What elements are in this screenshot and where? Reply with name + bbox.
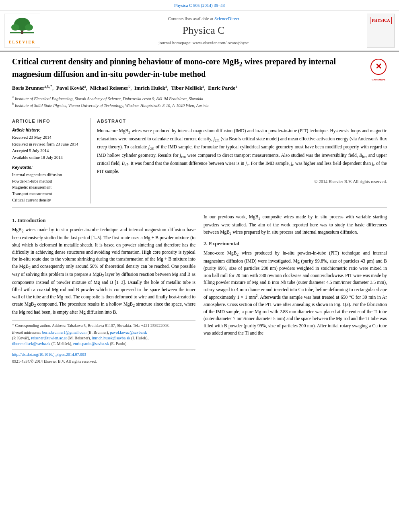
page: Physica C 505 (2014) 39–43 ELSEVIER Cont… bbox=[0, 0, 399, 532]
right-intro-para: In our previous work, MgB2 composite wir… bbox=[204, 214, 387, 237]
contents-available-line: Contents lists available at ScienceDirec… bbox=[168, 16, 239, 22]
elsevier-tree-icon bbox=[8, 16, 36, 38]
svg-text:✕: ✕ bbox=[375, 62, 382, 71]
author-4: Imrich Hušek bbox=[134, 85, 165, 91]
journal-center-header: Contents lists available at ScienceDirec… bbox=[44, 14, 363, 47]
email-tibor[interactable]: tibor.melisek@savba.sk bbox=[12, 341, 50, 346]
article-title-block: Critical current density and pinning beh… bbox=[12, 56, 387, 79]
revised-date: Received in revised form 23 June 2014 bbox=[12, 142, 85, 148]
experimental-section-title: 2. Experimental bbox=[204, 240, 387, 247]
keywords-section: Keywords: Internal magnesium diffusion P… bbox=[12, 165, 85, 203]
main-content: Critical current density and pinning beh… bbox=[0, 51, 399, 369]
author-3: Michael Reissner bbox=[90, 85, 129, 91]
email-boris[interactable]: boris.brunner1@gmail.com bbox=[42, 330, 86, 335]
keyword-4: Transport measurement bbox=[12, 191, 85, 197]
email-addresses-line: E-mail addresses: boris.brunner1@gmail.c… bbox=[12, 330, 195, 347]
journal-citation-bar: Physica C 505 (2014) 39–43 bbox=[0, 0, 399, 10]
footer-divider bbox=[12, 349, 195, 349]
abstract-text: Mono-core MgB2 wires were produced by in… bbox=[97, 127, 387, 175]
email-michael[interactable]: reissner@tuwien.ac.at bbox=[31, 336, 67, 340]
crossmark-badge[interactable]: ✕ CrossMark bbox=[370, 58, 387, 75]
email-enric[interactable]: enric.pardo@savba.sk bbox=[73, 341, 109, 346]
abstract-col: ABSTRACT Mono-core MgB2 wires were produ… bbox=[97, 118, 387, 203]
physica-c-label: PHYSICA bbox=[370, 17, 391, 24]
crossmark-label: CrossMark bbox=[370, 78, 387, 82]
sciencedirect-link[interactable]: ScienceDirect bbox=[214, 16, 239, 21]
experimental-para-1: Mono-core MgB2 wires produced by in-situ… bbox=[204, 250, 387, 337]
article-info-header: ARTICLE INFO bbox=[12, 118, 85, 124]
author-2: Pavol Kováč bbox=[56, 85, 84, 91]
copyright-line: © 2014 Elsevier B.V. All rights reserved… bbox=[97, 179, 387, 185]
doi-link[interactable]: http://dx.doi.org/10.1016/j.physc.2014.0… bbox=[12, 352, 86, 357]
abstract-header: ABSTRACT bbox=[97, 118, 387, 124]
keyword-3: Magnetic measurement bbox=[12, 184, 85, 191]
email-imrich[interactable]: imrich.husek@savba.sk bbox=[92, 336, 130, 340]
info-abstract-section: ARTICLE INFO Article history: Received 2… bbox=[12, 114, 387, 208]
email-pavol[interactable]: pavol.kovac@savba.sk bbox=[110, 330, 147, 335]
online-date: Available online 18 July 2014 bbox=[12, 155, 85, 161]
keyword-1: Internal magnesium diffusion bbox=[12, 172, 85, 178]
body-right-col: In our previous work, MgB2 composite wir… bbox=[204, 214, 387, 366]
keyword-5: Critical current density bbox=[12, 197, 85, 203]
footnotes-section: * Corresponding author. Address: Tabakov… bbox=[12, 320, 195, 364]
author-1: Boris Brunner bbox=[12, 85, 45, 91]
issn-line: 0921-4534/© 2014 Elsevier B.V. All right… bbox=[12, 359, 195, 364]
elsevier-brand-text: ELSEVIER bbox=[9, 39, 36, 45]
journal-name-heading: Physica C bbox=[183, 23, 225, 38]
author-5: Tibor Melišek bbox=[171, 85, 202, 91]
article-history-label: Article history: bbox=[12, 127, 85, 133]
svg-point-2 bbox=[11, 24, 19, 31]
elsevier-logo: ELSEVIER bbox=[4, 14, 40, 47]
body-left-col: 1. Introduction MgB2 wires made by in si… bbox=[12, 214, 195, 366]
affiliations-block: a Institute of Electrical Engineering, S… bbox=[12, 95, 387, 109]
intro-para-1: MgB2 wires made by in situ powder-in-tub… bbox=[12, 226, 195, 316]
received-date: Received 23 May 2014 bbox=[12, 135, 85, 141]
svg-rect-4 bbox=[21, 31, 23, 34]
keywords-label: Keywords: bbox=[12, 165, 85, 170]
journal-thumbnail: PHYSICA bbox=[367, 14, 395, 47]
svg-point-3 bbox=[25, 24, 33, 31]
affiliation-b: b Institute of Solid State Physics, Vien… bbox=[12, 102, 387, 109]
author-6: Enric Pardo bbox=[208, 85, 235, 91]
keyword-2: Powder-in-tube method bbox=[12, 178, 85, 185]
journal-homepage-line: journal homepage: www.elsevier.com/locat… bbox=[158, 40, 249, 46]
journal-citation: Physica C 505 (2014) 39–43 bbox=[174, 3, 225, 8]
article-info-col: ARTICLE INFO Article history: Received 2… bbox=[12, 118, 90, 203]
footnote-star: * Corresponding author. Address: Tabakov… bbox=[12, 323, 195, 329]
doi-line: http://dx.doi.org/10.1016/j.physc.2014.0… bbox=[12, 352, 195, 357]
intro-section-title: 1. Introduction bbox=[12, 217, 195, 224]
body-content: 1. Introduction MgB2 wires made by in si… bbox=[12, 214, 387, 366]
accepted-date: Accepted 5 July 2014 bbox=[12, 148, 85, 154]
authors-line: Boris Brunnera,b,*, Pavol Kováča, Michae… bbox=[12, 83, 387, 92]
article-title-text: Critical current density and pinning beh… bbox=[12, 56, 366, 79]
affiliation-a: a Institute of Electrical Engineering, S… bbox=[12, 95, 387, 102]
journal-header: ELSEVIER Contents lists available at Sci… bbox=[0, 10, 399, 51]
